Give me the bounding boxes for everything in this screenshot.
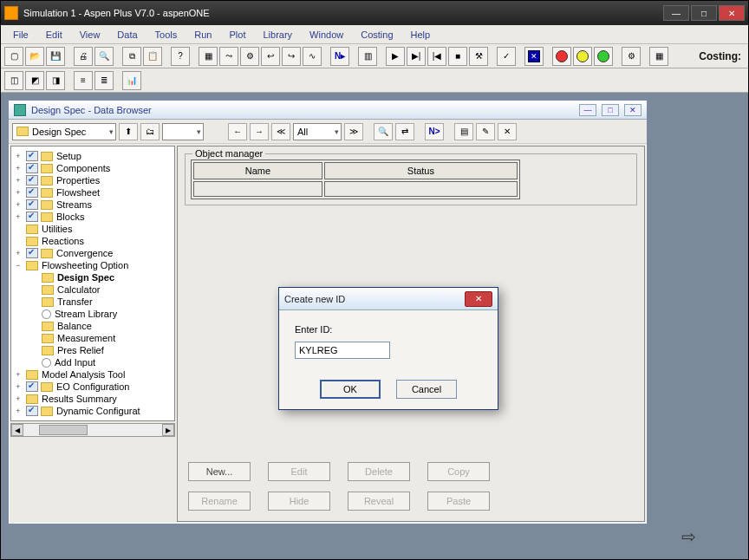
config-icon[interactable]: ⚒ [469, 47, 488, 66]
tree-item-properties[interactable]: +Properties [13, 174, 173, 186]
yellow-indicator-icon[interactable] [573, 47, 592, 66]
menu-view[interactable]: View [71, 28, 109, 42]
reveal-button[interactable]: Reveal [348, 492, 410, 511]
toggle-icon[interactable]: ⇄ [395, 123, 414, 140]
menu-edit[interactable]: Edit [37, 28, 71, 42]
menu-help[interactable]: Help [402, 28, 440, 42]
copy-button[interactable]: Copy [427, 462, 490, 481]
expand-icon[interactable]: + [13, 164, 23, 173]
next-button[interactable]: N▸ [330, 47, 349, 66]
green-indicator-icon[interactable] [594, 47, 613, 66]
stop-icon[interactable]: ■ [448, 47, 467, 66]
objects-combo[interactable]: Design Spec [12, 123, 116, 140]
child-close-button[interactable]: ✕ [624, 104, 642, 116]
id-input[interactable] [295, 342, 390, 359]
new-button[interactable]: New... [188, 462, 251, 481]
scroll-right-icon[interactable]: ▶ [162, 424, 174, 436]
tree-item-model-analysis-tool[interactable]: +Model Analysis Tool [13, 368, 173, 381]
expand-icon[interactable]: − [13, 261, 23, 270]
paste-button[interactable]: Paste [427, 492, 490, 511]
tool-icon-6[interactable]: ∿ [303, 47, 322, 66]
tree-pane[interactable]: +Setup+Components+Properties+Flowsheet+S… [10, 146, 175, 421]
expand-icon[interactable]: + [13, 152, 23, 160]
menu-library[interactable]: Library [254, 28, 301, 42]
edit-icon[interactable]: ✎ [476, 123, 495, 140]
menu-file[interactable]: File [4, 28, 37, 42]
find-icon[interactable]: 🔍 [374, 123, 393, 140]
red-indicator-icon[interactable] [552, 47, 571, 66]
print-icon[interactable]: 🖨 [74, 47, 93, 66]
tree-item-eo-configuration[interactable]: +EO Configuration [13, 381, 173, 393]
child-maximize-button[interactable]: □ [602, 104, 619, 116]
tool-icon-1[interactable]: ▦ [199, 47, 218, 66]
expand-icon[interactable]: + [13, 394, 23, 403]
list-icon-1[interactable]: ≡ [74, 71, 93, 90]
tree-item-components[interactable]: +Components [13, 162, 173, 174]
child-minimize-button[interactable]: — [579, 104, 596, 116]
new-icon[interactable]: ▢ [4, 47, 23, 66]
expand-icon[interactable]: + [13, 382, 23, 391]
check-icon[interactable]: ✓ [497, 47, 516, 66]
tree-item-reactions[interactable]: Reactions [13, 235, 173, 247]
forward-icon[interactable]: → [250, 123, 269, 140]
filter-combo[interactable]: All [293, 123, 342, 140]
draw-icon-1[interactable]: ◫ [4, 71, 23, 90]
next-step-button[interactable]: N> [425, 123, 444, 140]
scroll-left-icon[interactable]: ◀ [11, 424, 23, 436]
cancel-button[interactable]: Cancel [396, 380, 457, 399]
menu-data[interactable]: Data [108, 28, 146, 42]
save-icon[interactable]: 💾 [46, 47, 65, 66]
menu-tools[interactable]: Tools [147, 28, 186, 42]
grid-icon[interactable]: ▦ [649, 47, 668, 66]
tool-icon-5[interactable]: ↪ [282, 47, 301, 66]
ok-button[interactable]: OK [320, 380, 381, 399]
table-row[interactable] [193, 181, 518, 197]
up-folder-icon[interactable]: ⬆ [119, 123, 138, 140]
hide-button[interactable]: Hide [268, 492, 330, 511]
dialog-close-button[interactable]: ✕ [465, 291, 492, 307]
tree-item-balance[interactable]: Balance [13, 320, 173, 332]
object-table[interactable]: Name Status [191, 160, 520, 199]
minimize-button[interactable]: — [663, 5, 689, 21]
maximize-button[interactable]: □ [691, 5, 717, 21]
col-name[interactable]: Name [193, 162, 322, 179]
expand-icon[interactable]: + [13, 200, 23, 209]
tool-icon-4[interactable]: ↩ [261, 47, 280, 66]
settings-icon[interactable]: ⚙ [622, 47, 641, 66]
rewind-icon[interactable]: |◀ [427, 47, 446, 66]
rename-button[interactable]: Rename [188, 492, 251, 511]
tree-item-design-spec[interactable]: Design Spec [13, 271, 173, 283]
step-icon[interactable]: ▶| [407, 47, 426, 66]
panel-icon[interactable]: ▥ [358, 47, 377, 66]
tree-item-utilities[interactable]: Utilities [13, 223, 173, 235]
close-button[interactable]: ✕ [719, 5, 745, 21]
edit-button[interactable]: Edit [268, 462, 330, 481]
close-x-icon[interactable]: ✕ [524, 47, 544, 66]
tree-item-add-input[interactable]: Add Input [13, 356, 173, 368]
tree-item-dynamic-configurat[interactable]: +Dynamic Configurat [13, 405, 173, 417]
menu-plot[interactable]: Plot [220, 28, 254, 42]
dialog-titlebar[interactable]: Create new ID ✕ [279, 288, 498, 310]
tree-item-calculator[interactable]: Calculator [13, 283, 173, 296]
chart-icon[interactable]: 📊 [122, 71, 141, 90]
tree-item-setup[interactable]: +Setup [13, 150, 173, 162]
expand-icon[interactable]: + [13, 370, 23, 379]
copy-icon[interactable]: ⧉ [122, 47, 141, 66]
first-icon[interactable]: ≪ [271, 123, 290, 140]
draw-icon-2[interactable]: ◩ [25, 71, 44, 90]
scroll-thumb[interactable] [39, 425, 88, 435]
filter-icon[interactable]: ▤ [454, 123, 473, 140]
expand-icon[interactable]: + [13, 176, 23, 185]
help-icon[interactable]: ? [171, 47, 190, 66]
menu-window[interactable]: Window [301, 28, 352, 42]
expand-icon[interactable]: + [13, 188, 23, 197]
list-icon-2[interactable]: ≣ [94, 71, 114, 90]
expand-icon[interactable]: + [13, 407, 23, 415]
last-icon[interactable]: ≫ [344, 123, 363, 140]
preview-icon[interactable]: 🔍 [94, 47, 114, 66]
tree-hscrollbar[interactable]: ◀ ▶ [10, 423, 175, 437]
tree-item-blocks[interactable]: +Blocks [13, 211, 173, 223]
tree-item-streams[interactable]: +Streams [13, 199, 173, 211]
delete-icon[interactable]: ✕ [498, 123, 517, 140]
menu-costing[interactable]: Costing [352, 28, 401, 42]
